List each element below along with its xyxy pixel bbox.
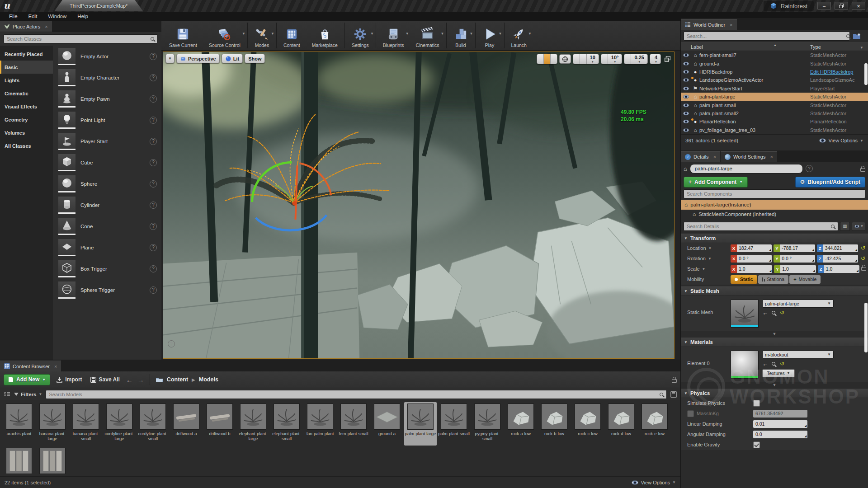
modes-button[interactable]: ▼ Modes [249, 21, 275, 50]
perspective-button[interactable]: Perspective [176, 54, 220, 63]
help-icon[interactable]: ? [150, 95, 157, 103]
world-local-toggle[interactable] [559, 54, 571, 64]
restore-button[interactable] [835, 2, 848, 10]
category-all-classes[interactable]: All Classes [0, 139, 53, 152]
tab-world-outliner[interactable]: World Outliner × [681, 19, 737, 30]
content-button[interactable]: Content [278, 21, 306, 50]
camera-speed-button[interactable]: 4▼ [650, 54, 660, 64]
new-folder-icon[interactable] [853, 33, 862, 40]
breadcrumb-root[interactable]: Content [167, 376, 188, 383]
visibility-eye-icon[interactable] [683, 53, 689, 57]
visibility-eye-icon[interactable] [683, 120, 689, 124]
filters-button[interactable]: Filters▼ [14, 392, 42, 397]
asset-banana-plant-large[interactable]: banana-plant-large [36, 402, 69, 446]
visibility-eye-icon[interactable] [683, 70, 689, 74]
search-assets-input[interactable] [46, 390, 667, 399]
material-dropdown[interactable]: m-blockout▼ [762, 351, 834, 359]
use-selected-icon[interactable]: ← [762, 310, 768, 316]
close-tab-icon[interactable]: × [713, 154, 716, 160]
place-actor-plane[interactable]: Plane ? [53, 237, 161, 258]
place-actor-point-light[interactable]: Point Light ? [53, 109, 161, 131]
asset-rock-c-low[interactable]: rock-c-low [571, 402, 604, 446]
search-components-input[interactable] [684, 189, 865, 198]
scale-tool-button[interactable] [551, 54, 557, 64]
rotation-y-field[interactable]: Y0.0 ° [774, 255, 815, 263]
tab-place-actors[interactable]: Place Actors × [0, 21, 52, 32]
category-visual-effects[interactable]: Visual Effects [0, 100, 53, 113]
scale-snap-toggle[interactable] [624, 54, 631, 64]
reset-icon[interactable]: ↺ [860, 255, 866, 262]
outliner-row-hdribackdrop[interactable]: ● HDRIBackdrop Edit HDRIBackdrop [681, 68, 868, 76]
component-row-inherited[interactable]: ⌂StaticMeshComponent (Inherited) [681, 210, 868, 219]
scale-z-field[interactable]: Z1.0 [818, 265, 859, 273]
document-tab[interactable]: ThirdPersonExampleMap* [54, 0, 143, 11]
scale-y-field[interactable]: Y1.0 [774, 265, 816, 273]
back-button[interactable]: ← [126, 376, 133, 384]
section-static-mesh[interactable]: ▼Static Mesh [681, 286, 868, 296]
close-tab-icon[interactable]: × [730, 22, 732, 28]
asset-rock-d-low[interactable]: rock-d-low [605, 402, 637, 446]
close-button[interactable]: × [852, 2, 865, 10]
rotation-z-field[interactable]: Z-42.425 [817, 255, 858, 263]
outliner-row-palm-plant-small2[interactable]: ⌂ palm-plant-small2 StaticMeshActor [681, 109, 868, 117]
tab-world-settings[interactable]: World Settings × [721, 151, 777, 162]
category-lights[interactable]: Lights [0, 74, 53, 87]
help-icon[interactable]: ? [150, 159, 157, 166]
mobility-stationary[interactable]: Stationa [758, 275, 789, 284]
sources-panel-icon[interactable] [4, 391, 10, 397]
property-matrix-button[interactable]: ▦ [840, 222, 850, 231]
build-button[interactable]: ▼ Build [448, 21, 474, 50]
scale-snap-value[interactable]: 0.25▼ [631, 54, 647, 64]
translate-tool-button[interactable] [537, 54, 544, 64]
outliner-row-planarreflection[interactable]: ● PlanarReflection PlanarReflection [681, 117, 868, 126]
marketplace-button[interactable]: Marketplace [306, 21, 344, 50]
visibility-eye-icon[interactable] [683, 128, 689, 132]
save-search-icon[interactable] [670, 391, 677, 398]
place-actor-cylinder[interactable]: Cylinder ? [53, 194, 161, 216]
search-details-input[interactable] [684, 222, 838, 231]
textures-dropdown[interactable]: Textures▼ [762, 369, 795, 377]
place-actor-player-start[interactable]: Player Start ? [53, 131, 161, 152]
help-icon[interactable]: ? [150, 286, 157, 294]
help-icon[interactable]: ? [150, 180, 157, 188]
place-actor-sphere-trigger[interactable]: Sphere Trigger ? [53, 279, 161, 300]
help-icon[interactable]: ? [150, 244, 157, 251]
asset-arachis-plant[interactable]: arachis-plant [3, 402, 35, 446]
visibility-eye-icon[interactable] [683, 95, 689, 99]
lock-icon[interactable] [860, 168, 865, 172]
save-current-button[interactable]: Save Current [163, 21, 203, 50]
section-transform[interactable]: ▼Transform [681, 234, 868, 243]
browse-icon[interactable] [772, 311, 775, 314]
menu-edit[interactable]: Edit [23, 12, 43, 21]
outliner-view-options[interactable]: View Options▼ [819, 138, 863, 143]
location-y-field[interactable]: Y-788.17 [774, 244, 815, 252]
close-tab-icon[interactable]: × [54, 364, 57, 369]
visibility-eye-icon[interactable] [683, 103, 689, 107]
column-type[interactable]: Type [810, 44, 868, 50]
category-basic[interactable]: Basic [0, 61, 53, 74]
asset-banana-plant-small[interactable]: banana-plant-small [70, 402, 102, 446]
tab-details[interactable]: i Details × [681, 151, 720, 162]
lock-icon[interactable] [672, 379, 677, 383]
expand-advanced[interactable]: ▼ [681, 331, 868, 338]
dropdown-caret-icon[interactable]: ▼ [470, 32, 473, 36]
outliner-scrollbar[interactable] [864, 63, 868, 85]
dropdown-caret-icon[interactable]: ▼ [441, 32, 444, 36]
place-actor-box-trigger[interactable]: Box Trigger ? [53, 258, 161, 279]
place-actor-cone[interactable]: Cone ? [53, 216, 161, 237]
use-selected-icon[interactable]: ← [762, 361, 768, 367]
dropdown-caret-icon[interactable]: ▼ [242, 32, 245, 36]
viewport[interactable]: ▼ Perspective Lit Show [163, 52, 675, 359]
category-geometry[interactable]: Geometry [0, 113, 53, 126]
asset-rock-e-low[interactable]: rock-e-low [638, 402, 671, 446]
section-materials[interactable]: ▼Materials [681, 338, 868, 347]
linear-damping-field[interactable]: 0.01 [753, 420, 807, 428]
column-label[interactable]: Label [691, 44, 810, 50]
rotation-x-field[interactable]: X0.0 ° [731, 255, 772, 263]
scale-x-field[interactable]: X1.0 [731, 265, 772, 273]
category-cinematic[interactable]: Cinematic [0, 87, 53, 100]
static-mesh-dropdown[interactable]: palm-plant-large▼ [762, 300, 834, 308]
menu-window[interactable]: Window [42, 12, 72, 21]
source-control-button[interactable]: ▼ Source Control [203, 21, 246, 50]
outliner-row-fern-plant-small7[interactable]: ⌂ fern-plant-small7 StaticMeshActor [681, 51, 868, 59]
